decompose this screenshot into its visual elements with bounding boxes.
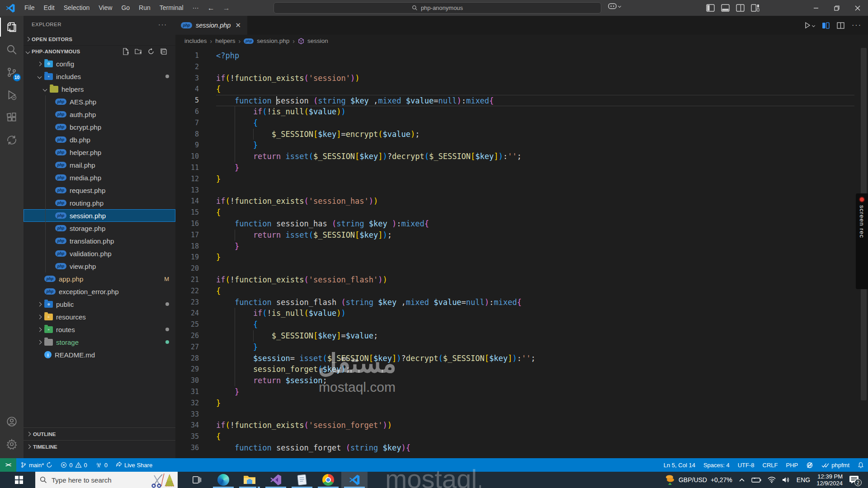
- code-line-11[interactable]: 11}: [175, 162, 868, 174]
- tree-item-resources[interactable]: ≡resources: [24, 310, 175, 323]
- file-explorer-taskbar-icon[interactable]: [236, 472, 263, 488]
- chrome-taskbar-icon[interactable]: [315, 472, 341, 488]
- code-line-23[interactable]: 23function session_flash (string $key ,m…: [175, 297, 868, 308]
- open-changes-icon[interactable]: [822, 22, 830, 29]
- code-line-35[interactable]: 35{: [175, 431, 868, 442]
- code-line-36[interactable]: 36function session_forget (string $key){: [175, 442, 868, 454]
- code-line-24[interactable]: 24if(!is_null($value)): [175, 308, 868, 319]
- wifi-icon[interactable]: [768, 477, 776, 483]
- menu-edit[interactable]: Edit: [39, 0, 59, 16]
- code-line-8[interactable]: 8$_SESSION[$key]=encrypt($value);: [175, 129, 868, 140]
- run-debug-icon[interactable]: [0, 84, 24, 106]
- close-button[interactable]: [847, 0, 868, 16]
- formatter-status[interactable]: phpfmt: [817, 458, 854, 472]
- code-line-32[interactable]: 32}: [175, 398, 868, 409]
- tree-item-bcrypt-php[interactable]: phpbcrypt.php: [24, 121, 175, 133]
- restore-button[interactable]: [826, 0, 847, 16]
- tree-item-aes-php[interactable]: phpAES.php: [24, 95, 175, 108]
- code-line-30[interactable]: 30return $session;: [175, 375, 868, 386]
- minimap[interactable]: [803, 49, 842, 88]
- explorer-icon[interactable]: [0, 16, 24, 38]
- tree-item-config[interactable]: ⚙config: [24, 57, 175, 70]
- code-line-34[interactable]: 34if(!function_exists('session_forget')): [175, 420, 868, 431]
- tree-item-translation-php[interactable]: phptranslation.php: [24, 235, 175, 247]
- cursor-position[interactable]: Ln 5, Col 14: [660, 458, 699, 472]
- git-branch-status[interactable]: main*: [16, 458, 57, 472]
- code-line-9[interactable]: 9}: [175, 140, 868, 151]
- code-editor[interactable]: 1<?php23if(!function_exists('session'))4…: [175, 47, 868, 458]
- customize-layout-button[interactable]: [751, 4, 760, 12]
- indentation[interactable]: Spaces: 4: [699, 458, 734, 472]
- source-control-icon[interactable]: 10: [0, 61, 24, 84]
- extensions-icon[interactable]: [0, 106, 24, 129]
- task-view-button[interactable]: [184, 472, 210, 488]
- code-line-3[interactable]: 3if(!function_exists('session')): [175, 73, 868, 84]
- code-line-19[interactable]: 19}: [175, 252, 868, 263]
- menu-more[interactable]: ···: [188, 0, 203, 16]
- menu-go[interactable]: Go: [117, 0, 134, 16]
- code-line-17[interactable]: 17return isset($_SESSION[$key]);: [175, 230, 868, 241]
- open-editors-section[interactable]: OPEN EDITORS: [24, 33, 175, 45]
- toggle-secondary-sidebar-button[interactable]: [736, 4, 745, 12]
- tab-session-php[interactable]: php session.php ✕: [175, 16, 247, 35]
- minimize-button[interactable]: [806, 0, 826, 16]
- tree-item-readme-md[interactable]: iREADME.md: [24, 348, 175, 361]
- new-folder-icon[interactable]: [135, 48, 142, 55]
- menu-view[interactable]: View: [94, 0, 117, 16]
- menu-terminal[interactable]: Terminal: [155, 0, 188, 16]
- tree-item-storage[interactable]: storage: [24, 336, 175, 348]
- settings-gear-icon[interactable]: [0, 433, 24, 455]
- tree-item-routing-php[interactable]: phprouting.php: [24, 197, 175, 209]
- code-line-12[interactable]: 12}: [175, 174, 868, 185]
- tree-item-mail-php[interactable]: phpmail.php: [24, 159, 175, 171]
- remote-indicator[interactable]: ><: [0, 458, 16, 472]
- visual-studio-taskbar-icon[interactable]: [263, 472, 289, 488]
- live-share-status[interactable]: Live Share: [112, 458, 156, 472]
- tree-item-view-php[interactable]: phpview.php: [24, 260, 175, 272]
- timeline-section[interactable]: TIMELINE: [24, 440, 175, 453]
- code-line-10[interactable]: 10return isset($_SESSION[$key])?decrypt(…: [175, 151, 868, 162]
- code-line-22[interactable]: 22{: [175, 286, 868, 297]
- tab-close-icon[interactable]: ✕: [234, 21, 242, 29]
- new-file-icon[interactable]: [122, 48, 129, 55]
- outline-section[interactable]: OUTLINE: [24, 427, 175, 440]
- screen-recorder-widget[interactable]: screen rec: [856, 193, 868, 289]
- tree-item-helpers[interactable]: helpers: [24, 83, 175, 95]
- more-actions-icon[interactable]: ···: [852, 21, 862, 29]
- code-line-29[interactable]: 29session_forget($key);: [175, 364, 868, 375]
- breadcrumb-item[interactable]: session: [307, 38, 328, 44]
- code-line-20[interactable]: 20: [175, 263, 868, 274]
- volume-icon[interactable]: [782, 477, 790, 483]
- currency-ticker[interactable]: GBP/USD +0,27%: [665, 474, 732, 485]
- accounts-icon[interactable]: [0, 410, 24, 433]
- code-line-1[interactable]: 1<?php: [175, 50, 868, 61]
- menu-file[interactable]: File: [20, 0, 39, 16]
- code-line-31[interactable]: 31}: [175, 386, 868, 398]
- tray-chevron-up-icon[interactable]: [739, 478, 745, 482]
- explorer-more-actions[interactable]: ···: [158, 21, 167, 28]
- input-language[interactable]: ENG: [797, 476, 810, 483]
- nav-forward-icon[interactable]: →: [219, 4, 234, 12]
- code-line-33[interactable]: 33: [175, 409, 868, 420]
- menu-selection[interactable]: Selection: [59, 0, 94, 16]
- tree-item-media-php[interactable]: phpmedia.php: [24, 171, 175, 184]
- tray-clock[interactable]: 12:39 PM 12/9/2024: [816, 473, 843, 487]
- record-dot-icon[interactable]: [859, 197, 865, 202]
- code-line-26[interactable]: 26$_SESSION[$key]=$value;: [175, 330, 868, 342]
- code-line-25[interactable]: 25{: [175, 319, 868, 330]
- tree-item-session-php[interactable]: phpsession.php: [24, 209, 175, 222]
- breadcrumb-item[interactable]: helpers: [215, 38, 235, 44]
- collapse-all-icon[interactable]: [160, 48, 167, 55]
- tree-item-exception-error-php[interactable]: phpexception_error.php: [24, 285, 175, 298]
- code-line-14[interactable]: 14if(!function_exists('session_has')): [175, 196, 868, 207]
- ports-status[interactable]: 0: [91, 458, 112, 472]
- code-line-4[interactable]: 4{: [175, 84, 868, 95]
- run-button[interactable]: [804, 22, 815, 29]
- toggle-panel-button[interactable]: [721, 4, 730, 12]
- nav-back-icon[interactable]: ←: [203, 4, 219, 12]
- code-line-13[interactable]: 13: [175, 185, 868, 196]
- notification-center[interactable]: 2: [849, 475, 859, 484]
- live-share-icon[interactable]: [0, 129, 24, 151]
- go-live-offline[interactable]: [802, 458, 817, 472]
- tree-item-validation-php[interactable]: phpvalidation.php: [24, 247, 175, 260]
